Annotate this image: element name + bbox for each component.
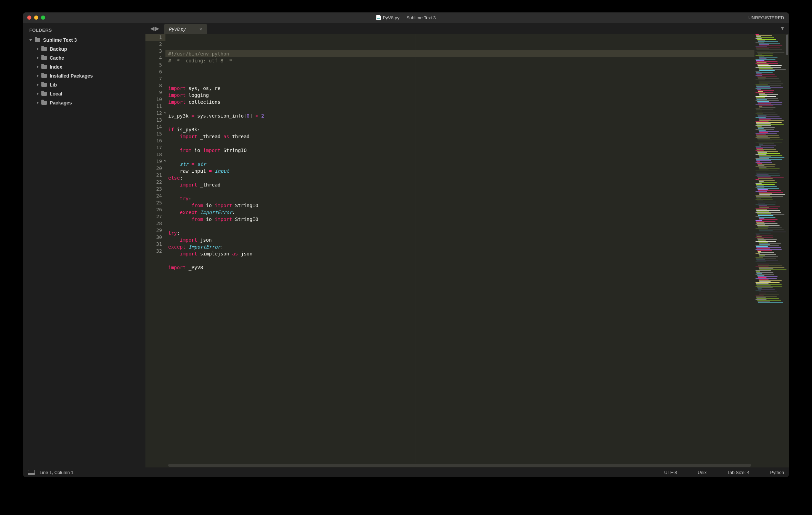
panel-switcher-icon[interactable] [28,470,35,475]
chevron-right-icon[interactable] [37,101,39,104]
chevron-right-icon[interactable] [37,83,39,86]
gutter-line[interactable]: 14 [145,123,165,130]
scrollbar-h-thumb[interactable] [168,464,751,467]
gutter-line[interactable]: 18 [145,151,165,158]
gutter-line[interactable]: 28 [145,220,165,227]
statusbar[interactable]: Line 1, Column 1 UTF-8 Unix Tab Size: 4 … [23,467,789,477]
code-line[interactable] [165,64,754,71]
code-line[interactable]: is_py3k = sys.version_info[0] > 2 [165,112,754,119]
code-line[interactable] [165,119,754,126]
gutter-line[interactable]: 27 [145,213,165,220]
tree-root[interactable]: Sublime Text 3 [23,36,145,44]
code-line[interactable]: import _PyV8 [165,264,754,271]
scrollbar-h[interactable] [145,463,789,467]
code-line[interactable] [165,71,754,78]
minimize-window-button[interactable] [34,16,38,20]
code-line[interactable] [165,154,754,161]
chevron-right-icon[interactable] [37,74,39,77]
close-window-button[interactable] [27,16,31,20]
code-line[interactable] [165,223,754,230]
nav-forward-icon[interactable]: ▶ [155,25,159,32]
gutter-line[interactable]: 25 [145,199,165,206]
code-line[interactable]: import logging [165,92,754,99]
code-line[interactable]: else: [165,174,754,181]
code-line[interactable]: import _thread as thread [165,133,754,140]
gutter-line[interactable]: 3 [145,48,165,54]
status-line-ending[interactable]: Unix [698,470,707,475]
zoom-window-button[interactable] [41,16,45,20]
gutter-line[interactable]: 29 [145,227,165,234]
gutter-line[interactable]: 2 [145,41,165,48]
status-encoding[interactable]: UTF-8 [664,470,677,475]
code-line[interactable]: from io import StringIO [165,147,754,154]
code-line[interactable]: from io import StringIO [165,216,754,223]
cursor-position[interactable]: Line 1, Column 1 [40,470,73,475]
tree-item[interactable]: Packages [23,98,145,107]
gutter-line[interactable]: 32 [145,248,165,254]
tab-overflow-icon[interactable]: ▼ [780,26,785,31]
chevron-right-icon[interactable] [37,92,39,95]
gutter-line[interactable]: 23 [145,185,165,192]
code-line[interactable] [165,78,754,85]
nav-back-icon[interactable]: ◀ [150,25,154,32]
chevron-down-icon[interactable] [29,39,32,41]
chevron-right-icon[interactable] [37,48,39,50]
gutter-line[interactable]: 21 [145,172,165,179]
gutter-line[interactable]: 1 [145,34,165,41]
status-syntax[interactable]: Python [770,470,784,475]
code-line[interactable]: # -*- coding: utf-8 -*- [165,57,754,64]
gutter-line[interactable]: 6 [145,68,165,75]
gutter-line[interactable]: 13 [145,117,165,123]
tab-active[interactable]: PyV8.py × [164,24,207,34]
chevron-right-icon[interactable] [37,57,39,59]
gutter-line[interactable]: 20 [145,165,165,172]
gutter-line[interactable]: 4 [145,54,165,61]
gutter-line[interactable]: 5 [145,61,165,68]
tree-item[interactable]: Installed Packages [23,71,145,80]
code-line[interactable]: import _thread [165,181,754,188]
code-line[interactable]: except ImportError: [165,209,754,216]
minimap[interactable] [754,34,789,463]
code-line[interactable]: if is_py3k: [165,126,754,133]
code-line[interactable]: raw_input = input [165,168,754,174]
gutter-line[interactable]: 24 [145,192,165,199]
code-line[interactable]: try: [165,230,754,236]
code-line[interactable]: #!/usr/bin/env python [165,50,754,57]
tree-item[interactable]: Backup [23,44,145,53]
gutter-line[interactable]: 16 [145,137,165,144]
code-line[interactable]: import simplejson as json [165,250,754,257]
gutter-line[interactable]: 26 [145,206,165,213]
code-line[interactable] [165,257,754,264]
code-line[interactable]: except ImportError: [165,243,754,250]
gutter-line[interactable]: 22 [145,179,165,185]
code-line[interactable] [165,140,754,147]
tab-bar[interactable]: ◀ ▶ PyV8.py × ▼ [145,23,789,34]
gutter-line[interactable]: 11 [145,103,165,110]
sidebar[interactable]: FOLDERS Sublime Text 3 BackupCacheIndexI… [23,23,145,467]
close-icon[interactable]: × [199,26,202,32]
gutter-line[interactable]: 12 [145,110,165,117]
status-tab-size[interactable]: Tab Size: 4 [727,470,749,475]
chevron-right-icon[interactable] [37,65,39,68]
code-line[interactable] [165,105,754,112]
gutter-line[interactable]: 17 [145,144,165,151]
gutter-line[interactable]: 7 [145,75,165,82]
tree-item[interactable]: Local [23,89,145,98]
gutter-line[interactable]: 9 [145,89,165,96]
code-line[interactable] [165,188,754,195]
gutter-line[interactable]: 19 [145,158,165,165]
tree-item[interactable]: Cache [23,53,145,62]
code-line[interactable]: import sys, os, re [165,85,754,92]
tree-item[interactable]: Index [23,62,145,71]
gutter-line[interactable]: 10 [145,96,165,103]
gutter-line[interactable]: 31 [145,241,165,248]
minimap-scrollbar[interactable] [786,34,788,55]
titlebar[interactable]: PyV8.py — Sublime Text 3 UNREGISTERED [23,12,789,23]
code-line[interactable]: str = str [165,161,754,168]
code-line[interactable]: import collections [165,99,754,105]
code-line[interactable]: try: [165,195,754,202]
gutter[interactable]: 1234567891011121314151617181920212223242… [145,34,165,463]
gutter-line[interactable]: 30 [145,234,165,241]
code-editor[interactable]: #!/usr/bin/env python# -*- coding: utf-8… [165,34,754,463]
tree-item[interactable]: Lib [23,80,145,89]
